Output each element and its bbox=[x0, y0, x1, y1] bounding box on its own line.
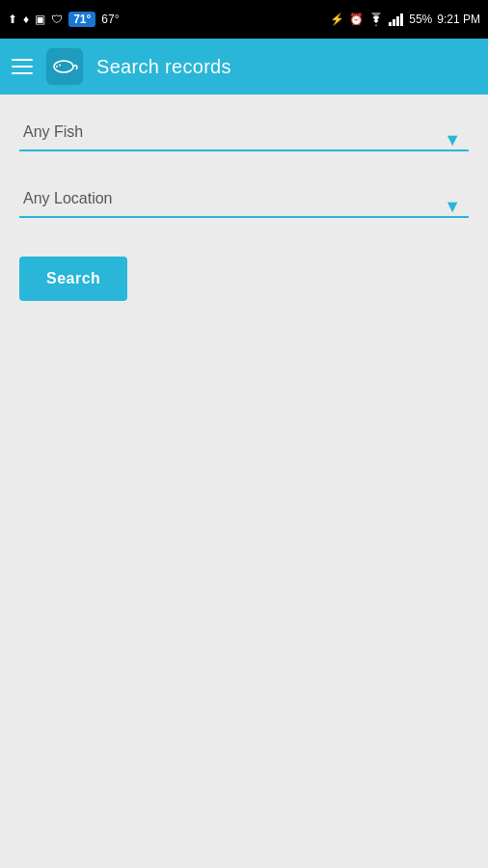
fish-dropdown-wrapper[interactable]: Any Fish Bass Trout Salmon Catfish Pike … bbox=[19, 114, 469, 165]
status-bar-right: ⚡ ⏰ 55% 9:21 PM bbox=[330, 13, 480, 26]
battery-text: 55% bbox=[409, 13, 432, 26]
location-dropdown-wrapper[interactable]: Any Location Lake River Ocean Pond Strea… bbox=[19, 180, 469, 231]
svg-rect-3 bbox=[400, 14, 403, 26]
status-bar: ⬆ ♦ ▣ 🛡 71° 67° ⚡ ⏰ 55% 9:21 PM bbox=[0, 0, 488, 39]
svg-rect-2 bbox=[396, 16, 399, 26]
time-display: 9:21 PM bbox=[437, 13, 480, 26]
usb2-icon: ♦ bbox=[23, 13, 29, 26]
svg-point-5 bbox=[59, 65, 61, 67]
hamburger-menu-button[interactable] bbox=[12, 59, 33, 74]
search-button[interactable]: Search bbox=[19, 257, 127, 301]
photo-icon: ▣ bbox=[35, 13, 45, 26]
svg-rect-1 bbox=[393, 19, 395, 26]
shield-icon: 🛡 bbox=[51, 13, 63, 26]
location-dropdown[interactable]: Any Location Lake River Ocean Pond Strea… bbox=[19, 180, 469, 218]
hamburger-line-2 bbox=[12, 66, 33, 68]
bluetooth-icon: ⚡ bbox=[330, 13, 344, 26]
temp-current: 71° bbox=[68, 12, 95, 27]
alarm-icon: ⏰ bbox=[349, 13, 364, 26]
usb-icon: ⬆ bbox=[8, 13, 17, 26]
temp-forecast: 67° bbox=[101, 13, 119, 26]
app-bar: Search records bbox=[0, 39, 488, 95]
fish-dropdown[interactable]: Any Fish Bass Trout Salmon Catfish Pike bbox=[19, 114, 469, 151]
hamburger-line-1 bbox=[12, 59, 33, 61]
svg-rect-0 bbox=[389, 22, 392, 26]
app-title: Search records bbox=[96, 56, 231, 78]
app-logo bbox=[46, 48, 83, 85]
status-bar-left: ⬆ ♦ ▣ 🛡 71° 67° bbox=[8, 12, 119, 27]
hamburger-line-3 bbox=[12, 72, 33, 74]
signal-icon bbox=[389, 13, 404, 26]
main-content: Any Fish Bass Trout Salmon Catfish Pike … bbox=[0, 95, 488, 868]
wifi-icon bbox=[368, 13, 384, 26]
